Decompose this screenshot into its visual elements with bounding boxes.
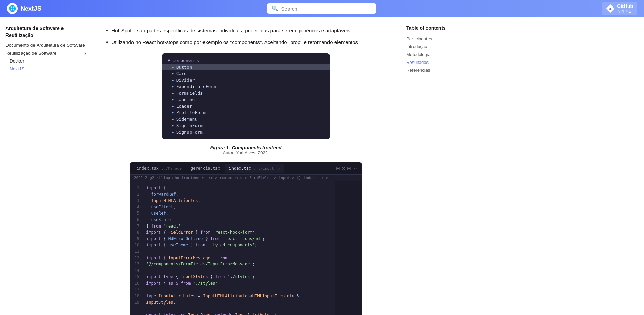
logo-icon: 🌐 xyxy=(7,3,18,14)
sidebar-docker-label: Docker xyxy=(10,58,24,64)
filetree-figure: ▼ components ▶ Button ▶ Card ▶ Divider ▶… xyxy=(162,53,330,139)
filetree-root: ▼ components xyxy=(162,57,330,64)
bullet-text-2: Utilizando no React hot-stops como por e… xyxy=(111,38,358,46)
editor-code-area: import { forwardRef, InputHTMLAttributes… xyxy=(142,181,335,315)
search-placeholder: Search xyxy=(281,6,297,12)
content-intro: • Hot-Spots: são partes específicas de s… xyxy=(106,27,386,46)
fig1-author: Autor: Yuri Alves, 2022. xyxy=(106,150,386,155)
filetree-label-formfields: FormFields xyxy=(176,91,203,96)
filetree-label-signupform: SignupForm xyxy=(176,129,203,135)
folder-arrow-icon-signinform: ▶ xyxy=(172,123,174,128)
filetree-label-signinform: SigninForm xyxy=(176,123,203,128)
filetree-label-card: Card xyxy=(176,71,187,76)
main-content: • Hot-Spots: são partes específicas de s… xyxy=(92,17,400,315)
star-count: 4 xyxy=(621,9,624,14)
sidebar-item-documento[interactable]: Documento de Arquitetura de Software xyxy=(5,41,86,49)
filetree-item-formfields[interactable]: ▶ FormFields xyxy=(162,90,330,96)
github-diamond-icon: ◆ xyxy=(606,4,614,13)
sidebar-item-reutilizacao[interactable]: Reutilização de Software ▾ xyxy=(5,49,86,57)
folder-arrow-icon-profileform: ▶ xyxy=(172,110,174,115)
bullet-text-1: Hot-Spots: são partes específicas de sis… xyxy=(111,27,352,35)
editor-tabs: index.tsx ../Manage gerencia.tsx index.t… xyxy=(130,162,362,175)
tab3-path: .../Input xyxy=(254,166,274,171)
editor-tab-2[interactable]: gerencia.tsx xyxy=(186,164,224,173)
tab2-label: gerencia.tsx xyxy=(191,166,220,171)
filetree-label-button: Button xyxy=(176,65,192,70)
folder-arrow-icon-landing: ▶ xyxy=(172,97,174,102)
filetree-item-profileform[interactable]: ▶ ProfileForm xyxy=(162,109,330,116)
search-icon: 🔍 xyxy=(272,5,278,12)
editor-tab-3[interactable]: index.tsx .../Input ✕ xyxy=(225,164,284,173)
editor-line-numbers: 12345678910111213141516171819 xyxy=(130,181,142,315)
left-sidebar: Arquitetura de Software e Reutilização D… xyxy=(0,17,92,315)
filetree-item-expenditureform[interactable]: ▶ ExpenditureForm xyxy=(162,83,330,90)
toc-item-resultados[interactable]: Resultados xyxy=(406,58,461,66)
bullet-item-1: • Hot-Spots: são partes específicas de s… xyxy=(106,27,386,35)
sidebar-item-docker[interactable]: Docker xyxy=(5,57,86,65)
filetree-item-card[interactable]: ▶ Card xyxy=(162,70,330,77)
fig1-caption: Figura 1: Components frontend Autor: Yur… xyxy=(106,145,386,155)
sidebar-section-title: Arquitetura de Software e Reutilização xyxy=(5,25,86,39)
toc-sidebar: Table of contents Participantes Introduç… xyxy=(400,17,468,315)
bullet-dot-1: • xyxy=(106,27,108,35)
filetree-item-signupform[interactable]: ▶ SignupForm xyxy=(162,129,330,135)
folder-arrow-icon-loader: ▶ xyxy=(172,104,174,108)
filetree-label-loader: Loader xyxy=(176,104,192,109)
folder-arrow-icon-divider: ▶ xyxy=(172,78,174,82)
filetree-item-divider[interactable]: ▶ Divider xyxy=(162,77,330,83)
bullet-dot-2: • xyxy=(106,39,108,46)
filetree-label-landing: Landing xyxy=(176,97,195,102)
editor-actions: ⊞ ⊙ ⊟ ⋯ xyxy=(334,166,359,171)
filetree-label-divider: Divider xyxy=(176,78,195,83)
sidebar-item-nextjs[interactable]: NextJS xyxy=(5,65,86,73)
sidebar-section: Documento de Arquitetura de Software Reu… xyxy=(5,41,86,73)
logo[interactable]: 🌐 NextJS xyxy=(7,3,41,14)
toc-introducao-label: Introdução xyxy=(406,44,427,49)
tab1-path: ../Manage xyxy=(161,166,182,171)
github-info: GitHub ☆ 4 ⑂ 1 xyxy=(617,3,633,14)
close-icon[interactable]: ✕ xyxy=(278,166,280,171)
search-box[interactable]: 🔍 Search xyxy=(267,3,376,14)
chevron-down-icon: ▾ xyxy=(84,51,86,56)
fork-icon: ⑂ xyxy=(626,9,628,14)
bullet-item-2: • Utilizando no React hot-stops como por… xyxy=(106,38,386,46)
github-fork-stat: ⑂ 1 xyxy=(626,9,631,14)
github-star-stat: ☆ 4 xyxy=(617,9,624,14)
toc-item-introducao[interactable]: Introdução xyxy=(406,43,461,51)
sidebar-reutilizacao-label: Reutilização de Software xyxy=(5,51,56,56)
toc-participantes-label: Participantes xyxy=(406,36,432,41)
logo-text: NextJS xyxy=(20,5,41,12)
folder-arrow-icon-card: ▶ xyxy=(172,71,174,76)
star-icon: ☆ xyxy=(617,9,621,14)
filetree-label-profileform: ProfileForm xyxy=(176,110,206,115)
folder-arrow-icon: ▶ xyxy=(172,65,174,69)
toc-item-participantes[interactable]: Participantes xyxy=(406,35,461,43)
toc-item-referencias[interactable]: Referências xyxy=(406,66,461,74)
github-link[interactable]: ◆ GitHub ☆ 4 ⑂ 1 xyxy=(602,2,637,15)
folder-arrow-icon-formfields: ▶ xyxy=(172,91,174,95)
toc-referencias-label: Referências xyxy=(406,68,430,73)
fork-count: 1 xyxy=(629,9,631,14)
code-editor: index.tsx ../Manage gerencia.tsx index.t… xyxy=(130,162,362,315)
filetree-item-sidemenu[interactable]: ▶ SideMenu xyxy=(162,116,330,122)
filetree-root-label: components xyxy=(172,58,199,63)
page-wrapper: Arquitetura de Software e Reutilização D… xyxy=(0,17,644,315)
toc-title: Table of contents xyxy=(406,25,461,31)
tab1-label: index.tsx xyxy=(137,166,159,171)
folder-arrow-icon-signupform: ▶ xyxy=(172,130,174,134)
filetree-item-landing[interactable]: ▶ Landing xyxy=(162,96,330,103)
folder-arrow-icon-sidemenu: ▶ xyxy=(172,117,174,121)
github-label: GitHub xyxy=(617,3,633,9)
sidebar-doc-label: Documento de Arquitetura de Software xyxy=(5,43,85,48)
filetree-label-expenditureform: ExpenditureForm xyxy=(176,84,216,89)
github-stats: ☆ 4 ⑂ 1 xyxy=(617,9,633,14)
fig1-title: Figura 1: Components frontend xyxy=(106,145,386,150)
folder-collapse-icon: ▼ xyxy=(168,58,170,63)
filetree-item-button[interactable]: ▶ Button xyxy=(162,64,330,70)
editor-tab-1[interactable]: index.tsx ../Manage xyxy=(132,164,186,173)
folder-arrow-icon-expenditure: ▶ xyxy=(172,84,174,89)
filetree-item-signinform[interactable]: ▶ SigninForm xyxy=(162,122,330,129)
toc-item-metodologia[interactable]: Metodologia xyxy=(406,51,461,58)
toc-resultados-label: Resultados xyxy=(406,60,429,65)
filetree-item-loader[interactable]: ▶ Loader xyxy=(162,103,330,109)
